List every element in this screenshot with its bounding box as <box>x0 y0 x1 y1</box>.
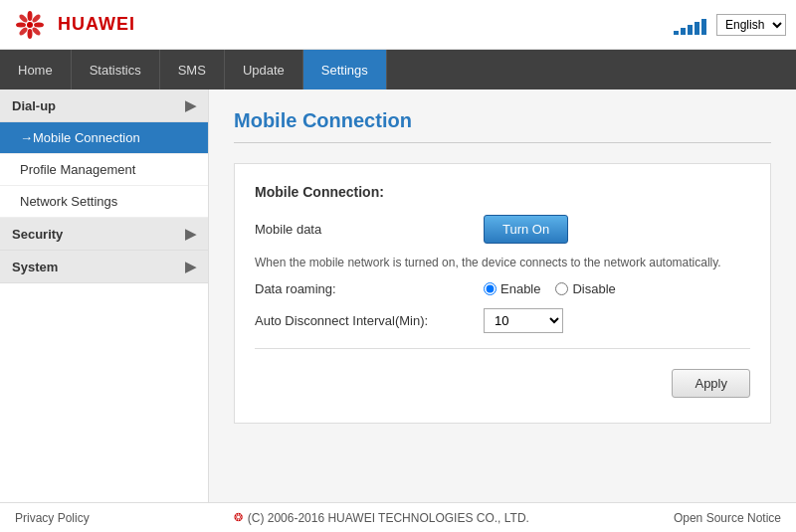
data-roaming-label: Data roaming: <box>255 281 484 296</box>
roaming-radio-group: Enable Disable <box>484 281 616 296</box>
svg-point-2 <box>28 29 33 39</box>
sidebar-item-network-settings[interactable]: Network Settings <box>0 186 208 218</box>
data-roaming-options: Enable Disable <box>484 281 750 296</box>
page-title: Mobile Connection <box>234 109 771 143</box>
svg-point-5 <box>18 13 29 24</box>
nav-statistics[interactable]: Statistics <box>72 50 160 89</box>
footer-copyright: (C) 2006-2016 HUAWEI TECHNOLOGIES CO., L… <box>248 511 529 525</box>
roaming-disable-radio[interactable] <box>555 282 568 295</box>
sidebar-system-arrow-icon: ▶ <box>185 259 196 274</box>
top-right-area: English 中文 <box>674 14 786 36</box>
sidebar-system-label: System <box>12 260 58 274</box>
svg-point-1 <box>28 11 33 21</box>
svg-point-3 <box>16 22 26 27</box>
sidebar-dialup-label: Dial-up <box>12 98 56 113</box>
footer-center: ❂ (C) 2006-2016 HUAWEI TECHNOLOGIES CO.,… <box>234 511 529 525</box>
mobile-data-info-text: When the mobile network is turned on, th… <box>255 256 750 269</box>
logo-area: HUAWEI <box>10 10 135 40</box>
interval-select[interactable]: 10 15 20 30 60 Never <box>484 308 563 333</box>
footer: Privacy Policy ❂ (C) 2006-2016 HUAWEI TE… <box>0 502 796 532</box>
sidebar-security-arrow-icon: ▶ <box>185 226 196 242</box>
open-source-notice-link[interactable]: Open Source Notice <box>674 511 781 525</box>
nav-sms[interactable]: SMS <box>160 50 225 89</box>
sidebar-dialup-arrow-icon: ▶ <box>185 97 196 113</box>
turn-on-button[interactable]: Turn On <box>484 215 568 244</box>
svg-point-8 <box>18 26 29 37</box>
sidebar-item-mobile-connection[interactable]: Mobile Connection <box>0 122 208 154</box>
footer-huawei-logo: ❂ <box>234 511 243 524</box>
sidebar-security-header[interactable]: Security ▶ <box>0 218 208 251</box>
nav-update[interactable]: Update <box>225 50 303 89</box>
mobile-connection-box: Mobile Connection: Mobile data Turn On W… <box>234 163 771 424</box>
sidebar: Dial-up ▶ Mobile Connection Profile Mana… <box>0 89 209 502</box>
settings-section-title: Mobile Connection: <box>255 184 750 200</box>
sidebar-dialup-header[interactable]: Dial-up ▶ <box>0 89 208 122</box>
auto-disconnect-value: 10 15 20 30 60 Never <box>484 308 750 333</box>
nav-home[interactable]: Home <box>0 50 72 89</box>
nav-bar: Home Statistics SMS Update Settings <box>0 50 796 89</box>
signal-strength-icon <box>674 15 706 35</box>
top-bar: HUAWEI English 中文 <box>0 0 796 50</box>
svg-point-4 <box>34 22 44 27</box>
language-select[interactable]: English 中文 <box>716 14 786 36</box>
huawei-logo-icon <box>10 10 50 40</box>
mobile-data-label: Mobile data <box>255 222 484 237</box>
svg-point-7 <box>31 13 42 24</box>
roaming-enable-option[interactable]: Enable <box>484 281 540 296</box>
roaming-enable-label: Enable <box>500 281 540 296</box>
apply-button[interactable]: Apply <box>672 369 750 398</box>
svg-point-6 <box>31 26 42 37</box>
settings-divider <box>255 348 750 349</box>
data-roaming-row: Data roaming: Enable Disable <box>255 281 750 296</box>
mobile-data-value: Turn On <box>484 215 750 244</box>
brand-name: HUAWEI <box>58 14 135 35</box>
content-area: Mobile Connection Mobile Connection: Mob… <box>209 89 796 502</box>
svg-point-0 <box>27 22 33 28</box>
privacy-policy-link[interactable]: Privacy Policy <box>15 511 90 525</box>
main-layout: Dial-up ▶ Mobile Connection Profile Mana… <box>0 89 796 502</box>
auto-disconnect-row: Auto Disconnect Interval(Min): 10 15 20 … <box>255 308 750 333</box>
sidebar-item-profile-management[interactable]: Profile Management <box>0 154 208 186</box>
mobile-data-row: Mobile data Turn On <box>255 215 750 244</box>
roaming-enable-radio[interactable] <box>484 282 497 295</box>
roaming-disable-label: Disable <box>572 281 615 296</box>
action-row: Apply <box>255 364 750 403</box>
nav-settings[interactable]: Settings <box>303 50 387 89</box>
sidebar-security-label: Security <box>12 227 63 242</box>
sidebar-system-header[interactable]: System ▶ <box>0 251 208 283</box>
roaming-disable-option[interactable]: Disable <box>555 281 615 296</box>
auto-disconnect-label: Auto Disconnect Interval(Min): <box>255 313 484 328</box>
